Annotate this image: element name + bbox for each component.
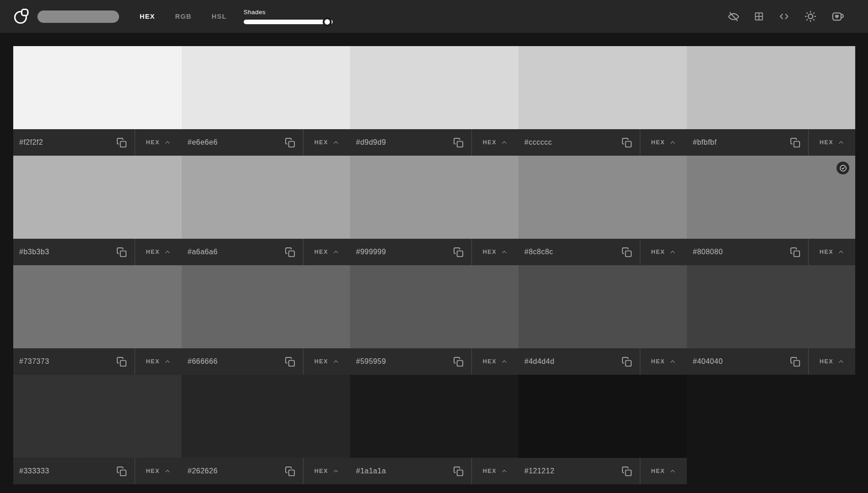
format-dropdown[interactable]: HEX	[640, 348, 687, 375]
shade-hex-label: #808080	[693, 248, 723, 256]
shades-grid: #f2f2f2HEX#e6e6e6HEX#d9d9d9HEX#ccccccHEX…	[13, 46, 855, 484]
header-actions	[727, 10, 845, 23]
shade-hex-label: #999999	[356, 248, 386, 256]
format-dropdown[interactable]: HEX	[135, 239, 182, 265]
copy-icon[interactable]	[285, 357, 295, 367]
format-dropdown-label: HEX	[483, 249, 497, 255]
shade-swatch[interactable]	[518, 156, 687, 239]
shade-hex-label: #404040	[693, 357, 723, 366]
shades-slider-track[interactable]	[244, 20, 333, 24]
eye-off-icon[interactable]	[727, 10, 740, 23]
shade-label-bar: #a6a6a6HEX	[182, 239, 350, 265]
copy-icon[interactable]	[453, 137, 464, 148]
grid-layout-icon[interactable]	[754, 11, 764, 21]
shade-swatch[interactable]	[687, 46, 855, 129]
format-dropdown-label: HEX	[146, 139, 160, 146]
tab-rgb[interactable]: RGB	[175, 13, 192, 20]
copy-icon[interactable]	[622, 247, 632, 257]
format-dropdown[interactable]: HEX	[809, 348, 855, 375]
copy-icon[interactable]	[622, 466, 632, 477]
format-dropdown[interactable]: HEX	[472, 129, 518, 156]
format-dropdown[interactable]: HEX	[303, 348, 350, 375]
copy-icon[interactable]	[453, 466, 464, 477]
shade-cell: #999999HEX	[350, 156, 518, 265]
shade-swatch[interactable]	[182, 375, 350, 458]
shade-label-bar: #8c8c8cHEX	[518, 239, 687, 265]
shade-label-bar: #808080HEX	[687, 239, 855, 265]
format-dropdown[interactable]: HEX	[303, 458, 350, 484]
shade-swatch[interactable]	[350, 375, 518, 458]
logo-icon[interactable]	[13, 6, 30, 26]
shade-swatch[interactable]	[182, 46, 350, 129]
format-dropdown[interactable]: HEX	[135, 129, 182, 156]
shade-cell: #ccccccHEX	[518, 46, 687, 156]
tab-hsl[interactable]: HSL	[212, 13, 227, 20]
format-dropdown[interactable]: HEX	[303, 129, 350, 156]
format-dropdown-label: HEX	[651, 249, 665, 255]
shade-label-bar: #f2f2f2HEX	[13, 129, 182, 156]
color-input[interactable]	[37, 10, 119, 23]
shade-swatch[interactable]	[13, 265, 182, 348]
format-dropdown[interactable]: HEX	[135, 458, 182, 484]
shade-swatch[interactable]	[182, 265, 350, 348]
shade-cell: #404040HEX	[687, 265, 855, 375]
shade-cell: #1a1a1aHEX	[350, 375, 518, 484]
shades-control: Shades	[244, 9, 333, 24]
format-dropdown[interactable]: HEX	[809, 129, 855, 156]
format-dropdown-label: HEX	[146, 358, 160, 365]
shade-hex-label: #bfbfbf	[693, 138, 716, 147]
copy-icon[interactable]	[622, 357, 632, 367]
shade-cell: #bfbfbfHEX	[687, 46, 855, 156]
shade-hex-label: #333333	[19, 467, 49, 475]
shade-swatch[interactable]	[13, 156, 182, 239]
format-dropdown[interactable]: HEX	[303, 239, 350, 265]
shade-label-bar: #4d4d4dHEX	[518, 348, 687, 375]
shade-swatch[interactable]	[518, 265, 687, 348]
copy-icon[interactable]	[453, 247, 464, 257]
copy-icon[interactable]	[116, 357, 127, 367]
light-mode-icon[interactable]	[804, 10, 817, 23]
chevron-up-icon	[501, 249, 507, 255]
copy-icon[interactable]	[116, 137, 127, 148]
format-dropdown[interactable]: HEX	[640, 129, 687, 156]
code-embed-icon[interactable]	[778, 11, 790, 22]
copy-icon[interactable]	[790, 247, 800, 257]
format-dropdown[interactable]: HEX	[640, 458, 687, 484]
shade-swatch[interactable]	[518, 46, 687, 129]
shade-hex-label: #e6e6e6	[188, 138, 218, 147]
shade-swatch[interactable]	[350, 265, 518, 348]
format-dropdown[interactable]: HEX	[472, 348, 518, 375]
copy-icon[interactable]	[285, 247, 295, 257]
shade-swatch[interactable]	[350, 46, 518, 129]
tab-hex[interactable]: HEX	[140, 13, 155, 20]
shade-cell: #737373HEX	[13, 265, 182, 375]
format-dropdown[interactable]: HEX	[135, 348, 182, 375]
copy-icon[interactable]	[285, 466, 295, 477]
format-dropdown-label: HEX	[314, 139, 329, 146]
shade-swatch[interactable]	[182, 156, 350, 239]
copy-icon[interactable]	[116, 247, 127, 257]
shade-hex-label: #595959	[356, 357, 386, 366]
shade-swatch[interactable]	[350, 156, 518, 239]
shade-swatch[interactable]	[687, 156, 855, 239]
shades-slider-knob[interactable]	[323, 17, 332, 26]
chevron-up-icon	[838, 358, 844, 365]
shade-swatch[interactable]	[687, 265, 855, 348]
chevron-up-icon	[838, 249, 844, 255]
shade-hex-label: #1a1a1a	[356, 467, 386, 475]
chevron-up-icon	[501, 139, 507, 146]
shade-swatch[interactable]	[13, 46, 182, 129]
format-dropdown[interactable]: HEX	[472, 458, 518, 484]
copy-icon[interactable]	[285, 137, 295, 148]
copy-icon[interactable]	[453, 357, 464, 367]
copy-icon[interactable]	[116, 466, 127, 477]
format-dropdown[interactable]: HEX	[809, 239, 855, 265]
copy-icon[interactable]	[790, 137, 800, 148]
shade-swatch[interactable]	[13, 375, 182, 458]
coffee-support-icon[interactable]	[831, 10, 845, 23]
format-dropdown[interactable]: HEX	[640, 239, 687, 265]
copy-icon[interactable]	[790, 357, 800, 367]
format-dropdown[interactable]: HEX	[472, 239, 518, 265]
copy-icon[interactable]	[622, 137, 632, 148]
shade-swatch[interactable]	[518, 375, 687, 458]
